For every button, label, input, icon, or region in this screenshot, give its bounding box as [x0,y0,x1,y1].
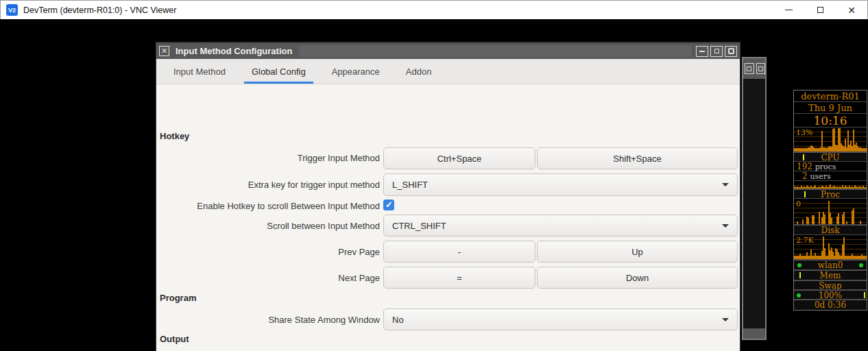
battery-led [797,293,801,298]
chevron-down-icon [722,224,729,228]
disk-label: Disk [794,225,867,235]
maximize-icon [728,48,734,54]
monitor-date: Thu 9 Jun [794,102,867,114]
tab-global-config[interactable]: Global Config [239,59,319,84]
background-window[interactable] [742,57,767,340]
bg-maximize-button[interactable] [756,63,766,74]
cpu-label: CPU [794,152,867,162]
share-state-value: No [392,315,404,325]
tab-appearance[interactable]: Appearance [319,59,393,84]
extra-key-label: Extra key for trigger input method [156,180,380,190]
tab-addon[interactable]: Addon [393,59,445,84]
battery-krell-tick [864,292,865,298]
close-icon: ✕ [847,5,856,15]
bg-minimize-button[interactable] [745,63,754,74]
users-count-row: 2 users [794,171,867,181]
monitor-clock: 10:16 [794,114,867,128]
proc-graph-bars [794,181,867,189]
dialog-close-button[interactable]: ✕ [159,46,169,56]
program-section-header: Program [160,293,196,303]
chevron-down-icon [722,183,729,186]
proc-count-row: 192 procs [794,162,867,171]
proc-label: Proc [794,189,867,199]
scroll-between-label: Scroll between Input Method [156,221,380,231]
cpu-krell-tick [803,154,804,160]
scroll-between-value: CTRL_SHIFT [392,221,446,231]
maximize-icon [714,49,719,53]
extra-key-value: L_SHIFT [392,180,428,190]
vnc-viewport: devterm-R01 Thu 9 Jun 10:16 13% CPU 192 … [0,19,868,351]
next-page-key1-button[interactable]: = [383,267,535,289]
prev-page-label: Prev Page [156,247,380,257]
dialog-titlebar[interactable]: ✕ Input Method Configuration [156,43,740,59]
next-page-key2-button[interactable]: Down [537,267,738,289]
users-unit: users [810,172,830,181]
wlan-graph: 2.7K [794,235,867,260]
cpu-graph: 13% [794,128,867,152]
battery-row: 100% [794,290,867,300]
disk-value: 0 [796,199,801,208]
dialog-iconify-button[interactable] [696,46,708,57]
dialog-zoom-button[interactable] [725,46,737,57]
wlan-tx-led [859,263,863,267]
hotkey-section-header: Hotkey [160,131,189,141]
monitor-hostname: devterm-R01 [794,90,867,102]
enable-hotkey-scroll-checkbox[interactable] [383,199,394,210]
tab-input-method[interactable]: Input Method [160,59,239,84]
trigger-key1-button[interactable]: Ctrl+Space [383,147,535,169]
vnc-viewer-window: V2 DevTerm (devterm-R01:0) - VNC Viewer … [0,0,868,351]
output-section-header: Output [160,334,189,344]
system-monitor-panel: devterm-R01 Thu 9 Jun 10:16 13% CPU 192 … [793,90,867,311]
dialog-titlebar-texture [299,45,692,57]
scroll-between-dropdown[interactable]: CTRL_SHIFT [383,215,738,237]
input-method-config-dialog: ✕ Input Method Configuration Input Metho… [156,42,740,351]
maximize-icon [747,66,751,71]
mem-krell-tick [799,272,801,278]
close-button[interactable]: ✕ [836,1,867,19]
prev-page-key1-button[interactable]: - [383,241,535,263]
vnc-logo-icon: V2 [6,4,18,16]
dialog-tabbar: Input Method Global Config Appearance Ad… [156,59,740,84]
cpu-usage-value: 13% [796,128,812,137]
users-count: 2 [802,171,808,181]
wlan-value: 2.7K [796,236,814,245]
proc-graph [794,181,867,189]
global-config-panel: Hotkey Trigger Input Method Ctrl+Space S… [156,84,740,351]
proc-count: 192 [797,162,812,171]
trigger-key2-button[interactable]: Shift+Space [537,147,738,169]
maximize-icon [758,66,763,71]
background-window-titlebar [743,58,765,79]
uptime: 0d 0:36 [794,300,867,310]
prev-page-key2-button[interactable]: Up [537,241,738,263]
os-window-controls: ✕ [773,1,867,19]
background-window-bottom-edge [743,328,765,339]
os-titlebar: V2 DevTerm (devterm-R01:0) - VNC Viewer … [1,1,867,19]
battery-percent: 100% [819,291,842,300]
enable-hotkey-scroll-label: Enable Hotkey to scroll Between Input Me… [156,201,380,211]
os-window-title: DevTerm (devterm-R01:0) - VNC Viewer [23,5,176,15]
wlan-rx-led [797,263,801,267]
minimize-icon [785,10,793,10]
wlan-label: wlan0 [794,260,867,270]
proc-unit: procs [815,162,836,171]
share-state-dropdown[interactable]: No [383,308,738,330]
dialog-window-buttons [696,46,737,57]
swap-label: Swap [794,280,867,290]
proc-krell-tick [804,191,806,197]
maximize-button[interactable] [804,1,836,19]
share-state-label: Share State Among Window [156,315,380,325]
mem-label: Mem [794,270,867,280]
extra-key-dropdown[interactable]: L_SHIFT [383,173,738,196]
dialog-maximize-button[interactable] [710,46,723,57]
chevron-down-icon [722,318,729,322]
disk-graph: 0 [794,199,867,225]
minimize-button[interactable] [773,1,804,19]
trigger-input-method-label: Trigger Input Method [156,153,380,163]
disk-graph-bars [794,199,867,224]
maximize-icon [817,7,823,13]
minimize-icon [699,51,705,52]
next-page-label: Next Page [156,273,380,283]
dialog-title: Input Method Configuration [176,46,292,56]
